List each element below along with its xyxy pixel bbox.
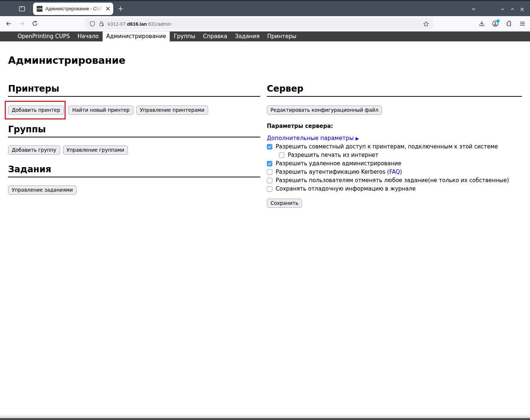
nav-jobs[interactable]: Задания — [231, 32, 263, 41]
tab-close-icon[interactable] — [106, 6, 110, 11]
internet-printing-checkbox[interactable] — [279, 152, 284, 158]
firefox-view-icon[interactable] — [16, 3, 28, 14]
page-title: Администрирование — [8, 55, 530, 66]
printers-heading: Принтеры — [8, 84, 260, 97]
new-tab-icon[interactable] — [118, 6, 124, 12]
browser-tab-bar: CUPS Администрирование - CUPS — [0, 0, 530, 16]
advanced-expand-arrow-icon[interactable]: ▶ — [356, 136, 359, 141]
find-new-printers-button[interactable]: Найти новый принтер — [69, 106, 133, 115]
back-icon[interactable] — [3, 18, 14, 29]
bookmark-star-icon[interactable] — [423, 21, 429, 27]
page-bottom-edge — [0, 414, 530, 420]
nav-home[interactable]: Начало — [74, 32, 102, 41]
nav-administration[interactable]: Администрирование — [103, 32, 170, 41]
option-label: Разрешить пользователям отменять любое з… — [276, 177, 509, 184]
account-icon[interactable] — [491, 18, 500, 29]
server-options: Разрешить совместный доступ к принтерам,… — [267, 143, 522, 192]
list-all-tabs-icon[interactable] — [468, 4, 478, 14]
forward-icon[interactable] — [16, 18, 27, 29]
connection-not-secure-icon[interactable] — [99, 21, 104, 27]
cups-favicon: CUPS — [37, 6, 43, 12]
nav-openprinting-cups[interactable]: OpenPrinting CUPS — [14, 32, 74, 41]
manage-printers-button[interactable]: Управление принтерами — [136, 106, 208, 115]
faq-link[interactable]: FAQ — [389, 169, 400, 175]
add-class-button[interactable]: Добавить группу — [8, 145, 60, 155]
kerberos-checkbox[interactable] — [267, 169, 272, 175]
debug-logging-checkbox[interactable] — [267, 186, 272, 192]
cancel-any-job-checkbox[interactable] — [267, 178, 272, 183]
manage-jobs-button[interactable]: Управление заданиями — [8, 185, 77, 195]
tab-title: Администрирование - CUPS — [45, 6, 104, 11]
url-bar[interactable]: k312-07.d616.lan:631/admin — [85, 18, 433, 30]
nav-help[interactable]: Справка — [199, 32, 231, 41]
share-printers-checkbox[interactable] — [267, 144, 272, 150]
window-minimize-icon[interactable] — [497, 4, 507, 14]
server-column: Сервер Редактировать конфигурационный фа… — [267, 66, 522, 208]
option-label: Разрешить совместный доступ к принтерам,… — [276, 143, 498, 150]
downloads-icon[interactable] — [477, 18, 486, 29]
window-close-icon[interactable] — [517, 4, 527, 14]
edit-config-button[interactable]: Редактировать конфигурационный файл — [267, 106, 382, 115]
menu-hamburger-icon[interactable] — [518, 18, 527, 29]
tracking-shield-icon[interactable] — [89, 21, 95, 27]
advanced-settings-link[interactable]: Дополнительные параметры — [267, 135, 354, 141]
url-text: k312-07.d616.lan:631/admin — [108, 21, 423, 27]
server-settings-label: Параметры сервера: — [267, 123, 522, 129]
option-label: Разрешить аутентификацию Kerberos (FAQ) — [276, 169, 402, 175]
option-label: Разрешить удаленное администрирование — [276, 160, 401, 167]
jobs-heading: Задания — [8, 164, 260, 177]
manage-classes-button[interactable]: Управление группами — [63, 145, 128, 155]
browser-tab[interactable]: CUPS Администрирование - CUPS — [33, 3, 113, 15]
option-label: Разрешить печать из интернет — [288, 152, 379, 158]
save-button[interactable]: Сохранить — [267, 199, 302, 208]
add-printer-button[interactable]: Добавить принтер — [8, 106, 64, 115]
window-maximize-icon[interactable] — [507, 4, 517, 14]
account-notification-dot — [497, 19, 500, 22]
classes-heading: Группы — [8, 124, 260, 137]
highlight-annotation: Добавить принтер — [5, 101, 66, 119]
remote-admin-checkbox[interactable] — [267, 161, 272, 166]
cups-navbar: OpenPrinting CUPS Начало Администрирован… — [0, 32, 530, 41]
extensions-puzzle-icon[interactable] — [504, 18, 513, 29]
tab-separator — [30, 5, 31, 12]
server-heading: Сервер — [267, 84, 522, 97]
reload-icon[interactable] — [29, 18, 40, 29]
left-column: Принтеры Добавить принтер Найти новый пр… — [8, 66, 260, 208]
browser-toolbar: k312-07.d616.lan:631/admin — [0, 16, 530, 32]
option-label: Сохранять отладочную информацию в журнал… — [276, 185, 416, 192]
nav-classes[interactable]: Группы — [170, 32, 199, 41]
nav-printers[interactable]: Принтеры — [264, 32, 300, 41]
